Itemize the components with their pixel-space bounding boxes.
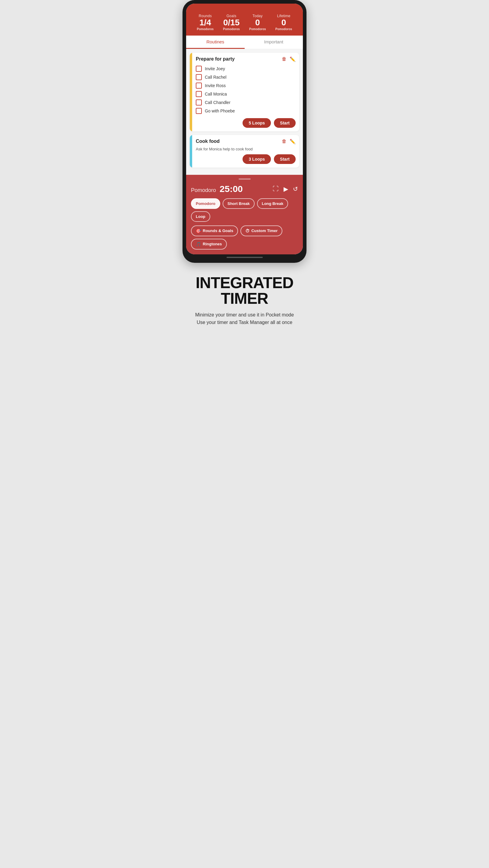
mode-loop[interactable]: Loop <box>191 211 210 222</box>
task-call-monica: Call Monica <box>196 90 296 98</box>
header-stats: Rounds 1/4 Pomodoros Goals 0/15 Pomodoro… <box>186 11 303 36</box>
stat-sub: Pomodoros <box>276 27 292 31</box>
task-label-invite-ross: Invite Ross <box>205 83 226 88</box>
checkbox-go-phoebe[interactable] <box>196 108 202 114</box>
checkbox-invite-joey[interactable] <box>196 66 202 72</box>
checkbox-call-chandler[interactable] <box>196 99 202 105</box>
card-accent-yellow <box>190 53 192 131</box>
stat-label: Rounds <box>197 14 214 18</box>
page-wrapper: Rounds 1/4 Pomodoros Goals 0/15 Pomodoro… <box>182 0 307 344</box>
tab-routines[interactable]: Routines <box>186 36 244 49</box>
stat-col-today: Today 0 Pomodoros <box>249 14 266 31</box>
ringtones-btn[interactable]: 🎵 Ringtones <box>191 239 227 250</box>
card-title-prepare: Prepare for party <box>196 56 235 62</box>
play-btn[interactable]: ▶ <box>284 185 288 193</box>
task-label-call-chandler: Call Chandler <box>205 100 230 105</box>
rounds-goals-label: Rounds & Goals <box>203 228 233 233</box>
routine-card-prepare-party: Prepare for party 🗑 ✏️ Invite Joey <box>190 53 299 131</box>
rounds-goals-btn[interactable]: 🎯 Rounds & Goals <box>191 225 238 236</box>
stat-value: 0 <box>249 18 266 27</box>
mode-short-break[interactable]: Short Break <box>223 198 255 209</box>
content-area: Prepare for party 🗑 ✏️ Invite Joey <box>186 49 303 175</box>
task-go-phoebe: Go with Phoebe <box>196 107 296 115</box>
stat-col-lifetime: Lifetime 0 Pomodoros <box>276 14 292 31</box>
card-actions-cook: 🗑 ✏️ <box>282 138 296 144</box>
sub-text-line1: Minimize your timer and use it in Pocket… <box>189 311 300 319</box>
timer-toolbar: 🎯 Rounds & Goals ⏱ Custom Timer 🎵 Ringto… <box>191 225 298 250</box>
stat-value: 1/4 <box>197 18 214 27</box>
fullscreen-btn[interactable]: ⛶ <box>273 185 279 192</box>
checkbox-call-rachel[interactable] <box>196 74 202 80</box>
start-btn-prepare[interactable]: Start <box>274 118 296 128</box>
stat-label: Today <box>249 14 266 18</box>
timer-label-time: Pomodoro 25:00 <box>191 184 243 194</box>
ringtones-label: Ringtones <box>203 242 222 246</box>
stat-value: 0 <box>276 18 292 27</box>
sub-text-line2: Use your timer and Task Manager all at o… <box>189 318 300 327</box>
card-body-cook: Cook food 🗑 ✏️ Ask for Monica help to co… <box>192 135 299 167</box>
routine-card-cook-food: Cook food 🗑 ✏️ Ask for Monica help to co… <box>190 135 299 167</box>
home-indicator <box>227 257 263 258</box>
stat-sub: Pomodoros <box>197 27 214 31</box>
task-label-call-rachel: Call Rachel <box>205 75 227 80</box>
card-body-prepare: Prepare for party 🗑 ✏️ Invite Joey <box>192 53 299 131</box>
timer-main-row: Pomodoro 25:00 ⛶ ▶ ↺ <box>191 184 298 194</box>
stat-label: Goals <box>223 14 240 18</box>
task-label-go-phoebe: Go with Phoebe <box>205 108 235 113</box>
task-label-call-monica: Call Monica <box>205 92 227 96</box>
phone-shell: Rounds 1/4 Pomodoros Goals 0/15 Pomodoro… <box>182 0 307 263</box>
stat-col-rounds: Rounds 1/4 Pomodoros <box>197 14 214 31</box>
timer-section: Pomodoro 25:00 ⛶ ▶ ↺ Pomodoro Short Brea… <box>186 175 303 254</box>
phone-home-bar <box>186 254 303 259</box>
timer-time: 25:00 <box>220 184 243 194</box>
card-footer-cook: 3 Loops Start <box>196 154 296 164</box>
rounds-goals-icon: 🎯 <box>196 228 201 233</box>
task-invite-joey: Invite Joey <box>196 64 296 73</box>
stat-label: Lifetime <box>276 14 292 18</box>
loops-btn-prepare[interactable]: 5 Loops <box>242 118 271 128</box>
tabs-row: Routines Important <box>186 36 303 49</box>
delete-icon-cook[interactable]: 🗑 <box>282 138 287 144</box>
delete-icon-prepare[interactable]: 🗑 <box>282 56 287 62</box>
stat-sub: Pomodoros <box>223 27 240 31</box>
phone-notch <box>186 4 303 11</box>
task-call-rachel: Call Rachel <box>196 73 296 82</box>
stat-col-goals: Goals 0/15 Pomodoros <box>223 14 240 31</box>
custom-timer-icon: ⏱ <box>245 228 250 233</box>
timer-label: Pomodoro <box>191 187 216 193</box>
card-title-cook: Cook food <box>196 138 220 144</box>
edit-icon-cook[interactable]: ✏️ <box>290 138 296 144</box>
task-invite-ross: Invite Ross <box>196 82 296 90</box>
card-footer-prepare: 5 Loops Start <box>196 118 296 128</box>
task-label-invite-joey: Invite Joey <box>205 66 225 71</box>
bottom-text-section: INTEGRATED TIMER Minimize your timer and… <box>182 263 307 333</box>
tab-important[interactable]: Important <box>244 36 303 49</box>
checkbox-invite-ross[interactable] <box>196 83 202 89</box>
stat-value: 0/15 <box>223 18 240 27</box>
task-call-chandler: Call Chandler <box>196 98 296 107</box>
timer-handle <box>239 179 251 180</box>
ringtones-icon: 🎵 <box>196 242 201 247</box>
card-accent-blue <box>190 135 192 167</box>
checkbox-call-monica[interactable] <box>196 91 202 97</box>
stat-sub: Pomodoros <box>249 27 266 31</box>
card-header-cook: Cook food 🗑 ✏️ <box>196 138 296 144</box>
card-header-prepare: Prepare for party 🗑 ✏️ <box>196 56 296 62</box>
custom-timer-btn[interactable]: ⏱ Custom Timer <box>240 225 282 236</box>
headline-text: INTEGRATED TIMER <box>189 275 300 306</box>
timer-modes: Pomodoro Short Break Long Break Loop <box>191 198 298 222</box>
reset-btn[interactable]: ↺ <box>293 185 298 193</box>
mode-long-break[interactable]: Long Break <box>257 198 288 209</box>
timer-controls: ⛶ ▶ ↺ <box>273 185 298 193</box>
custom-timer-label: Custom Timer <box>251 228 278 233</box>
card-actions-prepare: 🗑 ✏️ <box>282 56 296 62</box>
phone-screen: Rounds 1/4 Pomodoros Goals 0/15 Pomodoro… <box>186 4 303 254</box>
loops-btn-cook[interactable]: 3 Loops <box>242 154 271 164</box>
start-btn-cook[interactable]: Start <box>274 154 296 164</box>
card-desc-cook: Ask for Monica help to cook food <box>196 147 296 151</box>
edit-icon-prepare[interactable]: ✏️ <box>290 56 296 62</box>
mode-pomodoro[interactable]: Pomodoro <box>191 198 220 209</box>
